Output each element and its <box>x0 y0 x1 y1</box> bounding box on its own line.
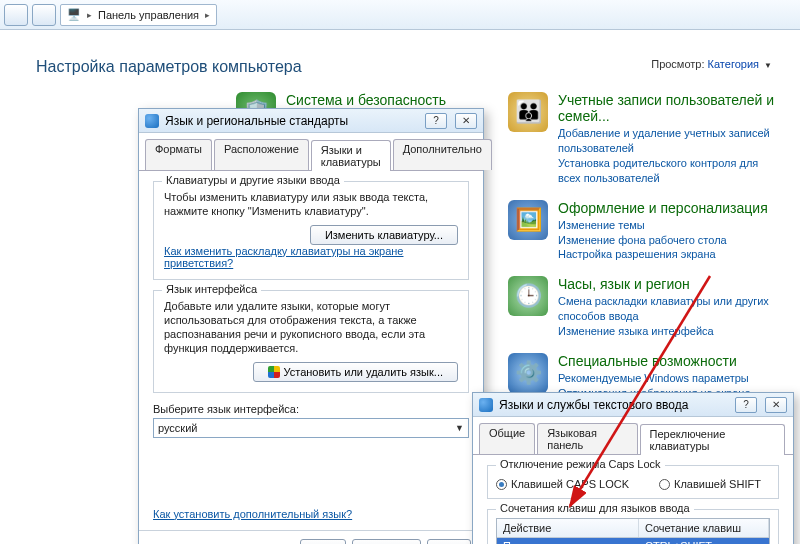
forward-button[interactable] <box>32 4 56 26</box>
group-title: Сочетания клавиш для языков ввода <box>496 502 694 514</box>
column-action: Действие <box>497 519 639 537</box>
group-keyboards: Клавиатуры и другие языки ввода Чтобы из… <box>153 181 469 280</box>
category-link[interactable]: Рекомендуемые Windows параметры <box>558 371 751 386</box>
close-button[interactable]: ✕ <box>455 113 477 129</box>
list-row[interactable]: Переключить язык ввода CTRL+SHIFT <box>497 538 769 544</box>
category-title: Система и безопасность <box>286 92 446 108</box>
dialog-title: Язык и региональные стандарты <box>165 114 417 128</box>
view-label: Просмотр: <box>651 58 704 70</box>
dialog-body: Отключение режима Caps Lock Клавишей CAP… <box>473 455 793 544</box>
group-ui-language: Язык интерфейса Добавьте или удалите язы… <box>153 290 469 393</box>
help-button[interactable]: ? <box>425 113 447 129</box>
breadcrumb[interactable]: 🖥️ ▸ Панель управления ▸ <box>60 4 217 26</box>
tab-keyboards[interactable]: Языки и клавиатуры <box>311 140 391 171</box>
ease-icon: ⚙️ <box>508 353 548 393</box>
category-title: Оформление и персонализация <box>558 200 768 216</box>
radio-shift[interactable]: Клавишей SHIFT <box>659 478 761 490</box>
back-button[interactable] <box>4 4 28 26</box>
category-link[interactable]: Добавление и удаление учетных записей по… <box>558 126 780 156</box>
category-title: Специальные возможности <box>558 353 751 369</box>
globe-clock-icon: 🕒 <box>508 276 548 316</box>
select-label: Выберите язык интерфейса: <box>153 403 469 415</box>
tab-formats[interactable]: Форматы <box>145 139 212 170</box>
layout-help-link[interactable]: Как изменить раскладку клавиатуры на экр… <box>164 245 403 269</box>
chevron-right-icon: ▸ <box>205 10 210 20</box>
ok-button[interactable]: OK <box>300 539 346 544</box>
tab-advanced[interactable]: Дополнительно <box>393 139 492 170</box>
group-title: Клавиатуры и другие языки ввода <box>162 174 344 186</box>
category-link[interactable]: Изменение фона рабочего стола <box>558 233 768 248</box>
chevron-down-icon: ▼ <box>455 423 464 433</box>
radio-capslock[interactable]: Клавишей CAPS LOCK <box>496 478 629 490</box>
group-hotkeys: Сочетания клавиш для языков ввода Действ… <box>487 509 779 544</box>
dialog-region-language: Язык и региональные стандарты ? ✕ Формат… <box>138 108 484 544</box>
language-select[interactable]: русский ▼ <box>153 418 469 438</box>
dialog-text-services: Языки и службы текстового ввода ? ✕ Общи… <box>472 392 794 544</box>
titlebar[interactable]: Языки и службы текстового ввода ? ✕ <box>473 393 793 417</box>
category-clock[interactable]: 🕒 Часы, язык и регион Смена раскладки кл… <box>508 276 780 339</box>
apply-button[interactable]: Прим <box>427 539 471 544</box>
tab-general[interactable]: Общие <box>479 423 535 454</box>
dialog-title: Языки и службы текстового ввода <box>499 398 727 412</box>
tab-switching[interactable]: Переключение клавиатуры <box>640 424 785 455</box>
group-title: Язык интерфейса <box>162 283 261 295</box>
hotkey-list[interactable]: Действие Сочетание клавиш Переключить яз… <box>496 518 770 544</box>
close-button[interactable]: ✕ <box>765 397 787 413</box>
dialog-body: Клавиатуры и другие языки ввода Чтобы из… <box>139 171 483 530</box>
titlebar[interactable]: Язык и региональные стандарты ? ✕ <box>139 109 483 133</box>
view-selector: Просмотр: Категория ▼ <box>651 58 772 70</box>
tab-strip: Форматы Расположение Языки и клавиатуры … <box>139 133 483 171</box>
uac-shield-icon <box>268 366 280 378</box>
more-languages-link[interactable]: Как установить дополнительный язык? <box>153 508 352 520</box>
tab-language-bar[interactable]: Языковая панель <box>537 423 637 454</box>
group-text: Чтобы изменить клавиатуру или язык ввода… <box>164 190 458 219</box>
dialog-footer: OK Отмена Прим <box>139 530 483 544</box>
category-link[interactable]: Смена раскладки клавиатуры или других сп… <box>558 294 780 324</box>
category-link[interactable]: Установка родительского контроля для все… <box>558 156 780 186</box>
tab-strip: Общие Языковая панель Переключение клави… <box>473 417 793 455</box>
tab-location[interactable]: Расположение <box>214 139 309 170</box>
chevron-down-icon: ▼ <box>764 61 772 70</box>
group-text: Добавьте или удалите языки, которые могу… <box>164 299 458 356</box>
category-title: Часы, язык и регион <box>558 276 780 292</box>
category-title: Учетные записи пользователей и семей... <box>558 92 780 124</box>
control-panel-icon: 🖥️ <box>67 8 81 21</box>
users-icon: 👪 <box>508 92 548 132</box>
select-value: русский <box>158 422 197 434</box>
category-link[interactable]: Изменение темы <box>558 218 768 233</box>
view-value-link[interactable]: Категория <box>708 58 759 70</box>
group-capslock: Отключение режима Caps Lock Клавишей CAP… <box>487 465 779 499</box>
monitor-icon: 🖼️ <box>508 200 548 240</box>
group-title: Отключение режима Caps Lock <box>496 458 665 470</box>
install-language-button[interactable]: Установить или удалить язык... <box>253 362 459 382</box>
category-link[interactable]: Изменение языка интерфейса <box>558 324 780 339</box>
keyboard-icon <box>479 398 493 412</box>
breadcrumb-text: Панель управления <box>98 9 199 21</box>
category-appearance[interactable]: 🖼️ Оформление и персонализация Изменение… <box>508 200 780 263</box>
change-keyboard-button[interactable]: Изменить клавиатуру... <box>310 225 458 245</box>
column-hotkey: Сочетание клавиш <box>639 519 769 537</box>
chevron-right-icon: ▸ <box>87 10 92 20</box>
address-bar: 🖥️ ▸ Панель управления ▸ <box>0 0 800 30</box>
help-button[interactable]: ? <box>735 397 757 413</box>
category-accounts[interactable]: 👪 Учетные записи пользователей и семей..… <box>508 92 780 186</box>
globe-icon <box>145 114 159 128</box>
list-header: Действие Сочетание клавиш <box>497 519 769 538</box>
cancel-button[interactable]: Отмена <box>352 539 421 544</box>
category-link[interactable]: Настройка разрешения экрана <box>558 247 768 262</box>
